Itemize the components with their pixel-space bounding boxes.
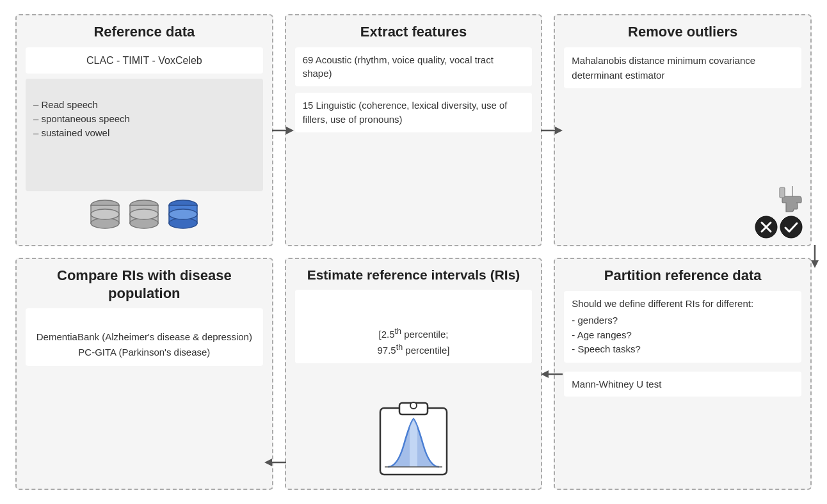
box-estimate-ris: Estimate reference intervals (RIs) [2.5t… bbox=[285, 258, 543, 490]
arrow-extract-to-outliers bbox=[541, 123, 563, 138]
arrow-ref-to-extract bbox=[272, 123, 294, 138]
svg-point-20 bbox=[780, 216, 802, 238]
svg-point-25 bbox=[410, 402, 417, 409]
thumb-down-icon bbox=[778, 185, 803, 213]
title-reference-data: Reference data bbox=[26, 23, 263, 41]
linguistic-features: 15 Linguistic (coherence, lexical divers… bbox=[295, 93, 533, 132]
percentiles: [2.5th percentile;97.5th percentile] bbox=[295, 290, 533, 363]
main-diagram: Reference data CLAC - TIMIT - VoxCeleb –… bbox=[0, 0, 827, 504]
clipboard-icon bbox=[375, 397, 452, 480]
svg-marker-22 bbox=[811, 260, 819, 268]
arrow-outliers-to-partition bbox=[808, 245, 822, 268]
box-remove-outliers: Remove outliers Mahalanobis distance min… bbox=[554, 14, 812, 246]
check-circle-icon bbox=[780, 216, 803, 239]
partition-test: Mann-Whitney U test bbox=[564, 372, 801, 397]
svg-point-3 bbox=[91, 209, 119, 219]
svg-marker-30 bbox=[541, 370, 549, 378]
title-extract-features: Extract features bbox=[295, 23, 533, 41]
arrow-partition-to-estimate bbox=[541, 367, 563, 381]
arrow-estimate-to-compare bbox=[264, 455, 286, 469]
title-estimate-ris: Estimate reference intervals (RIs) bbox=[295, 267, 533, 283]
svg-marker-15 bbox=[555, 127, 563, 134]
db-icon-gray-2 bbox=[127, 199, 162, 236]
title-compare-ris: Compare RIs with disease population bbox=[26, 267, 263, 302]
svg-rect-16 bbox=[780, 187, 785, 198]
svg-point-7 bbox=[130, 209, 158, 219]
svg-marker-13 bbox=[286, 127, 294, 134]
x-circle-icon bbox=[755, 216, 778, 239]
db-icons-area bbox=[26, 199, 263, 236]
partition-question: Should we define different RIs for diffe… bbox=[564, 291, 801, 363]
db-icon-gray-1 bbox=[88, 199, 123, 236]
x-check-icons bbox=[755, 216, 803, 239]
svg-point-11 bbox=[169, 209, 197, 219]
disease-datasets: DementiaBank (Alzheimer's disease & depr… bbox=[26, 308, 263, 366]
speech-types: – Read speech – spontaneous speech – sus… bbox=[26, 79, 263, 191]
db-icon-blue bbox=[166, 199, 201, 236]
title-partition: Partition reference data bbox=[564, 267, 801, 285]
clipboard-area bbox=[295, 368, 533, 480]
outlier-icons-area bbox=[755, 185, 803, 239]
datasets-label: CLAC - TIMIT - VoxCeleb bbox=[26, 47, 263, 74]
box-extract-features: Extract features 69 Acoustic (rhythm, vo… bbox=[285, 14, 543, 246]
svg-marker-28 bbox=[264, 459, 272, 466]
title-remove-outliers: Remove outliers bbox=[564, 23, 801, 41]
box-reference-data: Reference data CLAC - TIMIT - VoxCeleb –… bbox=[15, 14, 273, 246]
acoustic-features: 69 Acoustic (rhythm, voice quality, voca… bbox=[295, 47, 533, 87]
box-compare-ris: Compare RIs with disease population Deme… bbox=[15, 258, 273, 490]
box-partition: Partition reference data Should we defin… bbox=[554, 258, 812, 490]
outlier-method: Mahalanobis distance minimum covariance … bbox=[564, 47, 801, 89]
